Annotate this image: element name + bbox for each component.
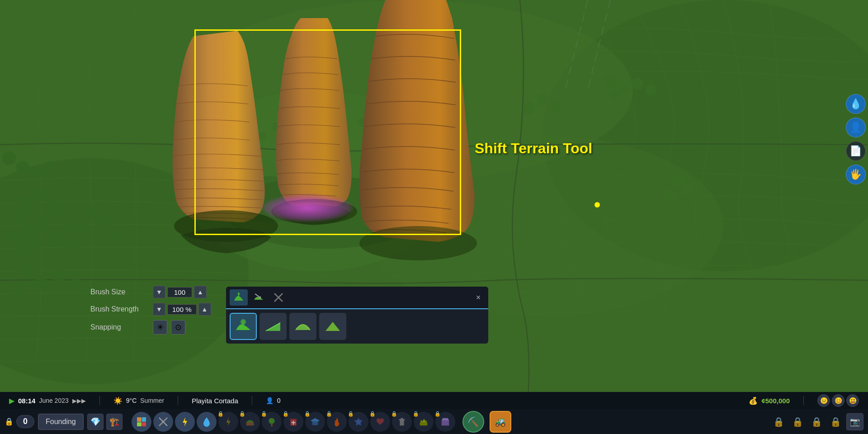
svg-point-32 — [2, 151, 16, 165]
locked-fire-icon[interactable]: 🔒 — [327, 412, 347, 432]
panel-tool-buttons — [226, 309, 488, 344]
svg-point-27 — [34, 276, 47, 289]
snap-circle-btn[interactable]: ⊙ — [171, 320, 185, 335]
svg-point-29 — [13, 284, 24, 295]
svg-point-22 — [84, 206, 97, 219]
population-count: 0 — [277, 397, 281, 404]
svg-point-25 — [107, 229, 119, 241]
svg-rect-87 — [400, 420, 404, 425]
snap-grid-btn[interactable]: ✳ — [153, 320, 167, 335]
locked-police-icon[interactable]: 🔒 — [349, 412, 368, 432]
tab-raise-lower[interactable] — [230, 289, 248, 306]
roads-icon[interactable] — [153, 412, 173, 432]
toolbar-icons: 🔒 🔒 🔒 🔒 🔒 — [132, 412, 455, 432]
locked-industry-icon[interactable]: 🔒 — [414, 412, 434, 432]
svg-point-38 — [632, 78, 643, 90]
brush-size-label: Brush Size — [90, 288, 149, 296]
person-icon[interactable]: 👤 — [846, 118, 866, 137]
svg-point-12 — [12, 211, 24, 223]
tool-slope-btn[interactable] — [259, 313, 287, 340]
svg-point-40 — [646, 85, 656, 96]
population-section: 👤 0 — [266, 397, 281, 404]
camera-btn[interactable]: 📷 — [846, 413, 863, 430]
far-lock-1[interactable]: 🔒 — [770, 414, 787, 430]
sep1 — [99, 396, 100, 405]
zones-icon[interactable] — [132, 412, 151, 432]
bulldozer-btn[interactable]: 🚜 — [490, 411, 511, 433]
svg-point-37 — [618, 83, 629, 94]
svg-point-10 — [19, 195, 35, 212]
brush-size-decrease[interactable]: ▼ — [153, 286, 165, 298]
brush-strength-decrease[interactable]: ▼ — [153, 303, 165, 316]
locked-electric-icon[interactable]: 🔒 — [218, 412, 238, 432]
money-amount: ¢500,000 — [761, 397, 790, 405]
fast-forward-btn[interactable]: ▶▶▶ — [72, 397, 86, 404]
city-lock-icon: 🔒 — [5, 417, 14, 426]
locked-edu-icon[interactable]: 🔒 — [305, 412, 325, 432]
svg-point-28 — [52, 269, 66, 283]
far-lock-3[interactable]: 🔒 — [808, 414, 825, 430]
locked-garbage-icon[interactable]: 🔒 — [392, 412, 412, 432]
svg-point-21 — [67, 241, 78, 252]
svg-point-39 — [610, 90, 620, 100]
brush-size-value: 100 — [167, 287, 192, 297]
neutral-face-btn[interactable]: 😐 — [817, 394, 830, 407]
svg-point-19 — [30, 238, 42, 250]
city-name-display: Playita Cortada — [192, 397, 238, 405]
locked-parks-icon[interactable]: 🔒 — [262, 412, 282, 432]
brush-strength-increase[interactable]: ▲ — [198, 303, 211, 316]
locked-health-icon[interactable]: 🔒 — [370, 412, 390, 432]
locked-services-icon[interactable]: 🔒 — [283, 412, 303, 432]
tool-brush-btn[interactable] — [230, 313, 257, 340]
hand-icon[interactable]: 🖐️ — [846, 165, 866, 184]
locked-commercial-icon[interactable]: 🔒 — [435, 412, 455, 432]
document-icon[interactable]: 📄 — [846, 141, 866, 161]
construction-tool-btn[interactable]: 🏗️ — [106, 414, 123, 430]
svg-point-18 — [15, 241, 30, 256]
svg-point-15 — [39, 216, 51, 227]
money-icon-status: 💰 — [749, 396, 758, 405]
tab-disabled[interactable] — [269, 289, 288, 306]
weather-icon: ☀️ — [113, 396, 123, 405]
far-lock-2[interactable]: 🔒 — [789, 414, 806, 430]
brush-size-row: Brush Size ▼ 100 ▲ — [90, 286, 231, 298]
svg-point-43 — [523, 102, 535, 115]
svg-rect-75 — [137, 422, 142, 426]
svg-point-42 — [551, 101, 561, 111]
diamond-tool-btn[interactable]: 💎 — [87, 414, 104, 430]
terrain-active-area: ⛏️ — [462, 411, 484, 433]
play-btn[interactable]: ▶ — [9, 396, 14, 405]
money-section: 💰 ¢500,000 — [749, 396, 790, 405]
svg-point-14 — [24, 223, 39, 238]
water-icon[interactable] — [197, 412, 217, 432]
svg-marker-86 — [354, 417, 363, 425]
svg-point-36 — [604, 75, 617, 88]
founding-btn[interactable]: Founding — [38, 414, 84, 430]
happy-face-btn[interactable]: 😊 — [832, 394, 844, 407]
svg-point-26 — [20, 264, 34, 278]
sep2 — [178, 396, 178, 405]
tool-smooth-btn[interactable] — [289, 313, 316, 340]
tab-shift[interactable] — [250, 289, 268, 306]
brush-size-controls: ▼ 100 ▲ — [153, 286, 207, 298]
far-lock-4[interactable]: 🔒 — [827, 414, 844, 430]
city-tools: 💎 🏗️ — [87, 414, 123, 430]
svg-point-33 — [16, 161, 29, 174]
panel-close-btn[interactable]: × — [472, 291, 485, 304]
svg-point-23 — [99, 216, 109, 227]
very-happy-face-btn[interactable]: 😃 — [846, 394, 859, 407]
tool-peak-btn[interactable] — [319, 313, 346, 340]
water-drop-icon[interactable]: 💧 — [846, 94, 866, 114]
brush-strength-label: Brush Strength — [90, 305, 149, 313]
brush-strength-controls: ▼ 100 % ▲ — [153, 303, 211, 316]
game-viewport: Shift Terrain Tool 💧 👤 📄 🖐️ — [0, 0, 868, 434]
electric-icon[interactable] — [175, 412, 195, 432]
brush-strength-value: 100 % — [167, 304, 197, 315]
terrain-dig-btn[interactable]: ⛏️ — [462, 411, 484, 433]
locked-land-icon[interactable]: 🔒 — [240, 412, 260, 432]
brush-size-increase[interactable]: ▲ — [194, 286, 207, 298]
right-sidebar: 💧 👤 📄 🖐️ — [843, 90, 868, 188]
far-right-locks: 🔒 🔒 🔒 🔒 📷 — [770, 413, 863, 430]
population-icon: 👤 — [266, 397, 274, 404]
snapping-label: Snapping — [90, 323, 149, 331]
